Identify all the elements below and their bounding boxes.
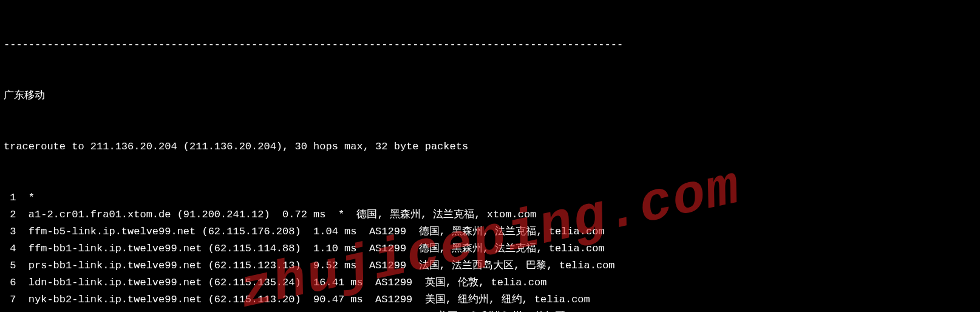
traceroute-hop: 4 ffm-bb1-link.ip.twelve99.net (62.115.1… [4,240,976,257]
traceroute-hops: 1 * 2 a1-2.cr01.fra01.xtom.de (91.200.24… [4,189,976,312]
terminal-output: ----------------------------------------… [0,0,980,312]
isp-title: 广东移动 [4,87,976,104]
traceroute-hop: 6 ldn-bb1-link.ip.twelve99.net (62.115.1… [4,274,976,291]
traceroute-hop: 5 prs-bb1-link.ip.twelve99.net (62.115.1… [4,257,976,274]
traceroute-hop: 7 nyk-bb2-link.ip.twelve99.net (62.115.1… [4,291,976,308]
traceroute-hop: 8 chi-b24-link.ip.twelve99.net (62.115.1… [4,308,976,312]
traceroute-hop: 1 * [4,189,976,206]
traceroute-command: traceroute to 211.136.20.204 (211.136.20… [4,138,976,155]
traceroute-hop: 3 ffm-b5-link.ip.twelve99.net (62.115.17… [4,223,976,240]
traceroute-hop: 2 a1-2.cr01.fra01.xtom.de (91.200.241.12… [4,206,976,223]
divider-line: ----------------------------------------… [4,36,976,53]
